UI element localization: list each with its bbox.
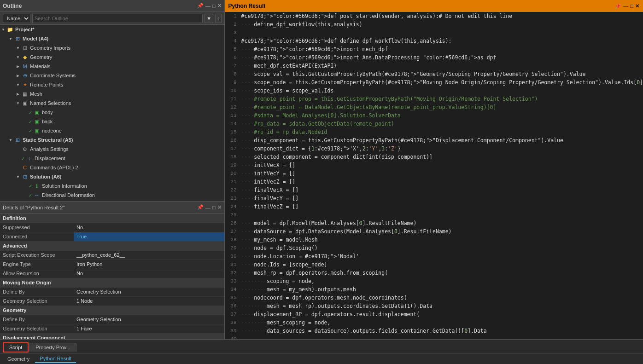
tree-expander[interactable]: ▼	[15, 101, 21, 105]
tree-item[interactable]: ▼⊞Solution (A6)	[0, 172, 224, 181]
line-number: 24	[225, 202, 241, 211]
tree-expander[interactable]: ▶	[15, 92, 21, 96]
check-icon: ✓	[29, 110, 32, 115]
tree-item[interactable]: ▼◆Geometry	[0, 52, 224, 62]
code-line: 7····mech_dpf.setExtAPI(ExtAPI)	[225, 62, 643, 70]
top-tab-0[interactable]: Script	[3, 342, 29, 352]
line-number: 32	[225, 269, 241, 277]
check-icon: ✓	[29, 119, 32, 124]
code-content: ····#rp_id = rp_data.NodeId	[241, 128, 327, 136]
maximize-icon-details[interactable]: □	[212, 205, 216, 210]
python-pin-icon[interactable]: 📌	[615, 3, 621, 9]
pin-icon-details[interactable]: 📌	[197, 204, 204, 210]
code-line: 36········mesh = mesh_rp).outputs.coordi…	[225, 302, 643, 310]
tree-item[interactable]: ⚙Analysis Settings	[0, 144, 224, 154]
tree-expander[interactable]: ▼	[15, 83, 21, 87]
details-title: Details of "Python Result 2"	[3, 205, 64, 210]
code-line: 24····finalVecZ = []	[225, 202, 643, 211]
tree-item[interactable]: ✓▣nodeone	[0, 126, 224, 135]
tree-expander[interactable]: ▼	[15, 175, 21, 179]
tree-node-label: Geometry	[30, 54, 52, 60]
details-section-header: Definition	[0, 214, 224, 223]
tree-item[interactable]: ▶▦Mesh	[0, 89, 224, 98]
line-number: 14	[225, 120, 241, 128]
outline-name-select[interactable]: Name	[3, 14, 30, 23]
tree-item[interactable]: ✓↕Displacement	[0, 154, 224, 163]
code-content: ····#ce9178;">"color:#569cd6;">import me…	[241, 45, 388, 53]
close-icon[interactable]: ✕	[217, 3, 222, 9]
code-line: 10····scope_ids = scope_val.Ids	[225, 87, 643, 95]
python-close-icon[interactable]: ✕	[635, 3, 639, 9]
tree-item[interactable]: ▼✦Remote Points	[0, 80, 224, 89]
tree-node-label: Displacement	[35, 156, 65, 161]
tree-item[interactable]: ▶MMaterials	[0, 62, 224, 71]
tree-item[interactable]: ▼⊞Geometry Imports	[0, 43, 224, 52]
code-line: 35····nodecoord = dpf.operators.mesh.nod…	[225, 294, 643, 302]
bottom-tabs-area: ScriptProperty Prov... GeometryPython Re…	[0, 339, 643, 364]
tree-item[interactable]: CCommands (APDL) 2	[0, 163, 224, 172]
tree-item[interactable]: ✓ℹSolution Information	[0, 181, 224, 191]
line-number: 39	[225, 327, 241, 335]
tree-item[interactable]: ▼⊞Static Structural (A5)	[0, 135, 224, 144]
tree-item[interactable]: ✓▣back	[0, 117, 224, 126]
tree-expander[interactable]: ▼	[7, 138, 14, 142]
tree-node-label: Solution (A6)	[30, 174, 61, 179]
tree-expander[interactable]: ▶	[15, 64, 21, 69]
tree-expander[interactable]: ▼	[15, 55, 21, 59]
code-line: 31····node.Ids = [scope_node]	[225, 260, 643, 269]
line-number: 13	[225, 111, 241, 120]
code-line: 25	[225, 211, 643, 219]
tree-expander[interactable]: ▶	[15, 74, 21, 78]
tree-node-label: Geometry Imports	[30, 45, 70, 51]
search-dropdown-btn[interactable]: ▼	[205, 14, 213, 23]
tree-item[interactable]: ✓▣body	[0, 108, 224, 117]
pin-icon[interactable]: 📌	[197, 3, 204, 9]
code-line: 28····my_mesh = model.Mesh	[225, 236, 643, 244]
code-line: 23····finalVecY = []	[225, 194, 643, 202]
minimize-icon-details[interactable]: —	[205, 205, 210, 210]
code-content: ····component_dict = {1:#ce9178;">'X',2:…	[241, 144, 401, 153]
details-value: No	[74, 223, 224, 232]
tree-expander[interactable]: ▼	[0, 28, 6, 32]
code-line: 12····#remote_point = DataModel.GetObjec…	[225, 103, 643, 111]
details-row: Script Execution Scope__python_code_62__	[0, 250, 224, 260]
tree-node-icon: ⊞	[21, 173, 29, 180]
python-maximize-icon[interactable]: □	[630, 3, 633, 9]
details-value: __python_code_62__	[74, 250, 224, 260]
bottom-tab-0[interactable]: Geometry	[3, 355, 34, 363]
tree-item[interactable]: ▼▣Named Selections	[0, 98, 224, 108]
tree-expander[interactable]: ▼	[15, 46, 21, 50]
details-label: Geometry Selection	[0, 296, 74, 306]
tree-node-icon: ⚙	[21, 145, 29, 153]
python-result-header: Python Result 📌 — □ ✕	[225, 0, 643, 12]
tree-item[interactable]: ▼📁Project*	[0, 25, 224, 34]
code-content: #ce9178;">"color:#569cd6;">def post_star…	[241, 12, 513, 20]
outline-search-input[interactable]	[32, 14, 203, 23]
bottom-tab-1[interactable]: Python Result	[35, 355, 76, 363]
tree-item[interactable]: ▶⊕Coordinate Systems	[0, 71, 224, 80]
tree-node-icon: ↕	[26, 155, 33, 162]
code-line: 29····node = dpf.Scoping()	[225, 244, 643, 252]
line-number: 23	[225, 194, 241, 202]
code-area[interactable]: 1#ce9178;">"color:#569cd6;">def post_sta…	[225, 12, 643, 339]
details-header-icons: 📌 — □ ✕	[197, 204, 222, 210]
tree-item[interactable]: ✓↔Directional Deformation	[0, 191, 224, 200]
code-line: 9····scope_node = this.GetCustomProperty…	[225, 78, 643, 87]
top-tab-1[interactable]: Property Prov...	[29, 343, 76, 352]
line-number: 29	[225, 244, 241, 252]
tree-expander[interactable]: ▼	[7, 37, 14, 41]
code-content: ········mesh_scoping = node,	[241, 318, 331, 327]
details-value: Iron Python	[74, 260, 224, 269]
tree-item[interactable]: ▼⊞Model (A4)	[0, 34, 224, 43]
tree-node-label: Directional Deformation	[42, 192, 95, 198]
tree-node-icon: ↔	[33, 191, 41, 199]
details-label: Suppressed	[0, 223, 74, 232]
python-minimize-icon[interactable]: —	[623, 3, 628, 9]
code-content: ····dataSource = dpf.DataSources(Model.A…	[241, 227, 452, 236]
code-content: ····initVecZ = []	[241, 178, 296, 186]
maximize-icon[interactable]: □	[212, 3, 216, 9]
minimize-icon[interactable]: —	[205, 3, 210, 9]
close-icon-details[interactable]: ✕	[217, 204, 222, 210]
code-content: ····model = dpf.Model(Model.Analyses[0].…	[241, 219, 417, 227]
sort-btn[interactable]: ↕	[215, 14, 222, 23]
